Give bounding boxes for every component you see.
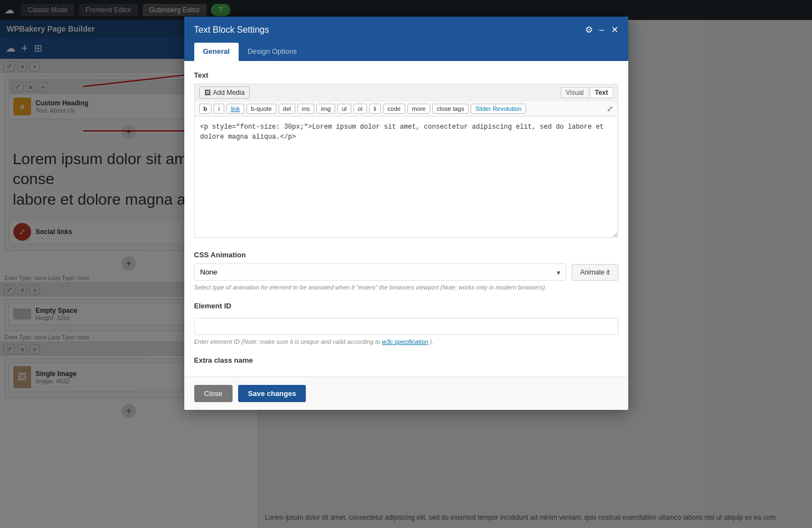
text-block-settings-modal: Text Block Settings ⚙ – ✕ General Design…: [184, 17, 628, 20]
modal-header: Text Block Settings ⚙ – ✕: [184, 17, 628, 20]
modal-overlay: Text Block Settings ⚙ – ✕ General Design…: [0, 0, 812, 20]
